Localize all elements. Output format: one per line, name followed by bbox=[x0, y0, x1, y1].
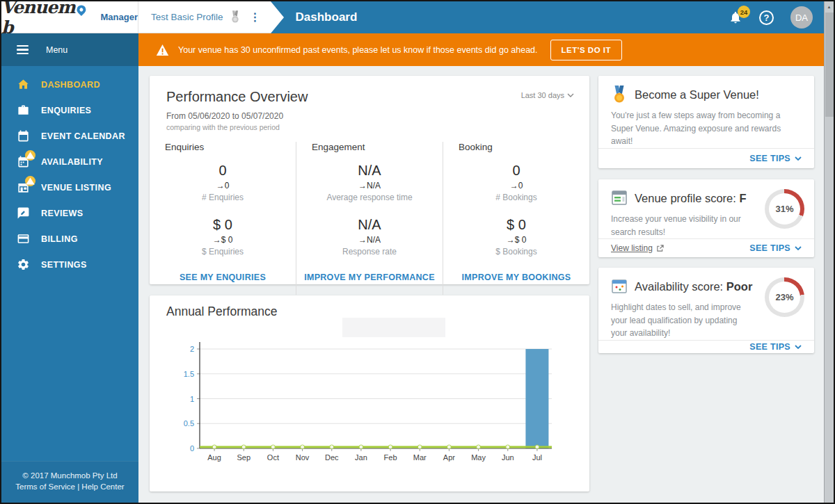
logo-wordmark: Venuemb bbox=[1, 0, 96, 38]
annual-performance-card: 00.511.52AugSepOctNovDecJanFebMarAprMayJ… bbox=[150, 295, 589, 491]
user-avatar[interactable]: DA bbox=[790, 6, 813, 29]
logo-suffix: Manager bbox=[101, 12, 138, 22]
see-my-enquiries-link[interactable]: SEE MY ENQUIRIES bbox=[150, 273, 296, 282]
availability-calendar-icon bbox=[611, 277, 628, 295]
availability-score-value: 23% bbox=[775, 292, 793, 302]
sidebar-nav: DASHBOARD ENQUIRIES EVENT CALENDAR AVAIL… bbox=[1, 66, 138, 277]
top-header: Venuemb Manager Test Basic Profile ⋮ Das… bbox=[1, 1, 834, 33]
chevron-down-icon bbox=[795, 345, 802, 349]
svg-text:0: 0 bbox=[190, 444, 194, 453]
calendar-icon bbox=[17, 129, 31, 143]
chart-legend-placeholder bbox=[342, 318, 445, 337]
svg-text:Jan: Jan bbox=[355, 453, 367, 462]
svg-text:Nov: Nov bbox=[296, 453, 310, 462]
venue-profile-selector[interactable]: Test Basic Profile ⋮ bbox=[138, 1, 271, 33]
profile-score-donut: 31% bbox=[765, 189, 804, 229]
home-icon bbox=[17, 78, 31, 92]
profile-menu-dots[interactable]: ⋮ bbox=[247, 10, 264, 24]
notifications-bell-icon[interactable]: 24 bbox=[729, 10, 742, 24]
notification-count-badge: 24 bbox=[738, 6, 750, 18]
briefcase-icon bbox=[17, 104, 31, 117]
svg-text:Dec: Dec bbox=[325, 453, 339, 462]
scrollbar-thumb[interactable] bbox=[825, 13, 834, 117]
sidebar-item-enquiries[interactable]: ENQUIRIES bbox=[1, 97, 138, 123]
chevron-down-icon bbox=[795, 246, 802, 250]
svg-text:1.5: 1.5 bbox=[184, 370, 194, 378]
breadcrumb-arrow bbox=[271, 1, 284, 33]
lets-do-it-button[interactable]: LET'S DO IT bbox=[550, 40, 623, 60]
app-window: Venuemb Manager Test Basic Profile ⋮ Das… bbox=[0, 0, 835, 504]
card-body-text: You're just a few steps away from becomi… bbox=[598, 104, 814, 148]
improve-my-performance-link[interactable]: IMPROVE MY PERFORMANCE bbox=[296, 273, 443, 282]
header-actions: 24 ? DA bbox=[729, 1, 813, 33]
performance-overview-title: Performance Overview bbox=[150, 76, 589, 105]
medal-icon bbox=[611, 86, 628, 104]
svg-text:0.5: 0.5 bbox=[184, 419, 194, 428]
super-venue-card: Become a Super Venue! You're just a few … bbox=[598, 76, 814, 168]
availability-warning-badge bbox=[25, 150, 35, 161]
card-title: Venue profile score: F bbox=[635, 192, 747, 205]
sidebar-item-availability[interactable]: AVAILABILITY bbox=[1, 149, 138, 174]
footer-links[interactable]: Terms of Service | Help Center bbox=[1, 481, 138, 493]
view-listing-link[interactable]: View listing bbox=[611, 243, 664, 253]
performance-overview-card: Performance Overview From 05/06/2020 to … bbox=[150, 76, 589, 284]
svg-text:Sep: Sep bbox=[237, 453, 250, 462]
credit-card-icon bbox=[17, 232, 31, 246]
gear-icon bbox=[17, 258, 31, 272]
metrics-column-booking: Booking 0 →0 # Bookings $ 0 →$ 0 $ Booki… bbox=[443, 142, 589, 295]
hamburger-icon bbox=[17, 45, 29, 55]
medal-gray-icon bbox=[230, 10, 241, 24]
brand-logo: Venuemb Manager bbox=[1, 1, 138, 33]
sidebar-item-venue-listing[interactable]: VENUE LISTING bbox=[1, 174, 138, 200]
svg-text:May: May bbox=[471, 453, 486, 462]
vertical-scrollbar[interactable]: ▲ bbox=[824, 1, 834, 503]
map-pin-icon bbox=[74, 3, 87, 15]
warning-triangle-icon bbox=[156, 44, 169, 56]
svg-text:Aug: Aug bbox=[207, 453, 221, 462]
venue-profile-score-card: Venue profile score: F Increase your ven… bbox=[598, 179, 814, 257]
see-tips-link[interactable]: SEE TIPS bbox=[749, 342, 802, 352]
sidebar-item-reviews[interactable]: REVIEWS bbox=[1, 200, 138, 226]
profile-score-value: 31% bbox=[775, 204, 793, 214]
annual-performance-title: Annual Performance bbox=[166, 304, 278, 319]
metric-response-rate: N/A →N/A Response rate bbox=[296, 217, 443, 257]
improve-my-bookings-link[interactable]: IMPROVE MY BOOKINGS bbox=[443, 273, 589, 282]
listing-page-icon bbox=[611, 189, 628, 207]
metrics-column-enquiries: Enquiries 0 →0 # Enquiries $ 0 →$ 0 $ En… bbox=[150, 142, 296, 295]
svg-text:Jul: Jul bbox=[532, 453, 542, 462]
page-title: Dashboard bbox=[296, 10, 358, 24]
menu-label: Menu bbox=[46, 45, 67, 55]
venue-listing-warning-badge bbox=[25, 176, 35, 186]
svg-text:Oct: Oct bbox=[267, 453, 279, 462]
sidebar: DASHBOARD ENQUIRIES EVENT CALENDAR AVAIL… bbox=[1, 66, 138, 503]
metrics-column-engagement: Engagement N/A →N/A Average response tim… bbox=[296, 142, 443, 295]
scroll-up-button[interactable]: ▲ bbox=[825, 1, 834, 12]
calendar-alert-icon bbox=[17, 155, 31, 169]
availability-score-donut: 23% bbox=[765, 277, 804, 317]
metric-num-bookings: 0 →0 # Bookings bbox=[443, 163, 589, 202]
period-selector[interactable]: Last 30 days bbox=[521, 91, 574, 99]
comparison-note: comparing with the previous period bbox=[150, 121, 589, 131]
help-icon[interactable]: ? bbox=[759, 10, 774, 25]
svg-text:Jun: Jun bbox=[502, 453, 514, 462]
svg-text:Mar: Mar bbox=[413, 453, 427, 462]
sidebar-item-settings[interactable]: SETTINGS bbox=[1, 252, 138, 277]
external-link-icon bbox=[656, 245, 664, 252]
second-row: Menu Your venue has 30 unconfirmed past … bbox=[1, 33, 834, 66]
svg-text:2: 2 bbox=[190, 345, 194, 353]
review-icon bbox=[17, 206, 31, 220]
alert-message: Your venue has 30 unconfirmed past event… bbox=[178, 45, 538, 55]
sidebar-item-billing[interactable]: BILLING bbox=[1, 226, 138, 252]
menu-toggle[interactable]: Menu bbox=[1, 33, 138, 66]
see-tips-link[interactable]: SEE TIPS bbox=[749, 243, 802, 253]
sidebar-item-dashboard[interactable]: DASHBOARD bbox=[1, 72, 138, 97]
main-content: Performance Overview From 05/06/2020 to … bbox=[138, 66, 824, 503]
sidebar-footer: © 2017 Munchmob Pty Ltd Terms of Service… bbox=[1, 461, 138, 503]
profile-name: Test Basic Profile bbox=[151, 12, 223, 22]
chevron-down-icon bbox=[567, 93, 574, 97]
metric-dollar-bookings: $ 0 →$ 0 $ Bookings bbox=[443, 217, 589, 257]
see-tips-link[interactable]: SEE TIPS bbox=[749, 154, 802, 163]
storefront-alert-icon bbox=[17, 181, 31, 195]
svg-text:1: 1 bbox=[190, 395, 194, 403]
sidebar-item-event-calendar[interactable]: EVENT CALENDAR bbox=[1, 123, 138, 149]
